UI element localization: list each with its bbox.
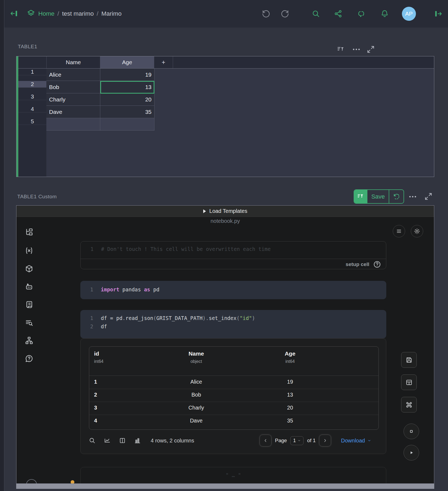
widget-menu-ellipsis-icon[interactable] xyxy=(352,47,361,52)
cell-age-4[interactable]: 35 xyxy=(100,106,154,118)
top-bar: Home / test marimo / Marimo xyxy=(0,0,448,28)
line-chart-icon[interactable] xyxy=(104,437,111,444)
help-chat-icon[interactable] xyxy=(25,354,33,363)
expand-widget-icon[interactable] xyxy=(367,45,375,53)
open-right-panel-icon[interactable] xyxy=(434,9,443,18)
ai-assistant-bot-icon[interactable] xyxy=(25,282,33,291)
setup-help-icon[interactable] xyxy=(373,260,381,268)
cell-age-1[interactable]: 19 xyxy=(100,69,154,81)
pagination: Page 1 of 1 xyxy=(260,434,331,448)
prev-page-button[interactable] xyxy=(260,435,271,446)
save-notebook-button[interactable] xyxy=(401,352,417,368)
cell-name-1[interactable]: Alice xyxy=(46,69,100,81)
cell-name-5[interactable] xyxy=(46,118,100,131)
table-search-icon[interactable] xyxy=(89,437,96,444)
row-count-summary: 4 rows, 2 columns xyxy=(151,438,194,444)
code-cell-import[interactable]: 1 import pandas as pd xyxy=(80,281,386,299)
custom-menu-ellipsis-icon[interactable] xyxy=(408,194,417,199)
table-toolbar: 4 rows, 2 columns xyxy=(89,433,194,448)
snippets-search-icon[interactable] xyxy=(25,318,33,327)
collapsed-left-panel-edge[interactable] xyxy=(0,0,4,491)
load-templates-bar[interactable]: Load Templates xyxy=(16,206,434,217)
cell-name-4[interactable]: Dave xyxy=(46,106,100,118)
column-header-row: Name Age + xyxy=(18,56,434,69)
variables-icon[interactable] xyxy=(25,246,33,255)
chevron-down-icon xyxy=(298,439,301,442)
notifications-bell-icon[interactable] xyxy=(380,9,389,18)
notebook-filename: notebook.py xyxy=(16,218,434,224)
breadcrumb-page[interactable]: Marimo xyxy=(101,10,122,17)
share-icon[interactable] xyxy=(334,9,343,18)
pages-layers-icon[interactable] xyxy=(26,9,36,18)
avatar[interactable]: AP xyxy=(402,7,416,21)
code-cell-dataframe[interactable]: 1 df = pd.read_json(GRIST_DATA_PATH).set… xyxy=(80,310,386,338)
partial-circle-icon[interactable] xyxy=(26,479,37,484)
load-templates-label: Load Templates xyxy=(209,208,247,214)
revert-icon[interactable] xyxy=(389,190,404,203)
search-icon[interactable] xyxy=(312,9,320,18)
logs-scroll-icon[interactable] xyxy=(25,300,33,309)
df-row: 1 Alice 19 xyxy=(89,376,378,389)
dependencies-graph-icon[interactable] xyxy=(25,336,33,345)
df-col-id[interactable]: id xyxy=(94,350,143,357)
line-number: 1 xyxy=(80,287,101,292)
row-number[interactable]: 3 xyxy=(18,93,46,100)
active-section-indicator xyxy=(16,56,18,177)
notebook-menu-icon[interactable] xyxy=(393,225,405,237)
stop-icon xyxy=(408,428,415,435)
line-number: 1 xyxy=(80,315,101,321)
row-number[interactable]: 5 xyxy=(18,118,46,125)
breadcrumb: Home / test marimo / Marimo xyxy=(38,0,122,28)
line-number: 1 xyxy=(81,246,101,252)
layout-panels-button[interactable] xyxy=(401,374,417,390)
cell-output-container: id int64 Name object Age int64 1 Alice 1… xyxy=(80,338,386,454)
collapse-left-panel-icon[interactable] xyxy=(10,9,18,18)
stop-button[interactable] xyxy=(404,424,419,439)
sort-filter-icon[interactable] xyxy=(337,45,345,53)
df-col-name[interactable]: Name xyxy=(156,350,237,357)
floppy-icon xyxy=(405,356,413,364)
df-col-age[interactable]: Age xyxy=(250,350,330,357)
df-dtype-name: object xyxy=(156,359,237,364)
add-column-button[interactable]: + xyxy=(154,56,173,68)
column-header-age[interactable]: Age xyxy=(100,56,154,68)
bar-chart-icon[interactable] xyxy=(134,437,141,444)
keyboard-shortcuts-button[interactable] xyxy=(401,397,417,412)
cell-name-3[interactable]: Charly xyxy=(46,93,100,106)
setup-cell[interactable]: 1 # Don't touch ! This cell will be over… xyxy=(80,241,386,269)
row-number[interactable]: 1 xyxy=(18,69,46,75)
cell-age-3[interactable]: 20 xyxy=(100,93,154,106)
download-button[interactable]: Download xyxy=(341,434,371,448)
chat-icon[interactable] xyxy=(357,9,366,18)
file-explorer-icon[interactable] xyxy=(25,228,33,237)
expand-custom-widget-icon[interactable] xyxy=(424,192,432,200)
expand-arrow-icon xyxy=(203,209,206,213)
breadcrumb-doc[interactable]: test marimo xyxy=(62,10,94,17)
cell-name-2[interactable]: Bob xyxy=(46,81,100,93)
layout-icon xyxy=(405,379,413,386)
column-header-name[interactable]: Name xyxy=(46,56,100,68)
breadcrumb-home[interactable]: Home xyxy=(38,10,54,17)
packages-icon[interactable] xyxy=(25,264,33,273)
page-select[interactable]: 1 xyxy=(290,436,304,445)
redo-icon[interactable] xyxy=(281,9,289,18)
row-number-selected[interactable]: 2 xyxy=(18,81,46,88)
status-dot xyxy=(71,480,74,484)
columns-icon[interactable] xyxy=(119,437,126,444)
custom-widget-title: TABLE1 Custom xyxy=(17,194,57,200)
setup-cell-footer: setup cell xyxy=(81,259,386,270)
setup-comment: # Don't touch ! This cell will be overwr… xyxy=(101,246,271,252)
next-page-button[interactable] xyxy=(319,435,331,446)
save-button[interactable]: Save xyxy=(367,190,389,203)
partial-code-cell[interactable]: " … " xyxy=(80,467,386,484)
row-number[interactable]: 4 xyxy=(18,106,46,112)
table1-widget-title: TABLE1 xyxy=(18,44,37,50)
df-row: 4 Dave 35 xyxy=(89,415,378,428)
run-button[interactable] xyxy=(404,445,419,461)
undo-icon[interactable] xyxy=(262,9,270,18)
cell-age-5[interactable] xyxy=(100,118,154,131)
widget-bottom-scrollbar[interactable] xyxy=(16,484,434,489)
filter-icon[interactable] xyxy=(354,190,367,203)
settings-gear-icon[interactable] xyxy=(411,225,423,237)
selected-cell-cursor xyxy=(100,81,154,94)
